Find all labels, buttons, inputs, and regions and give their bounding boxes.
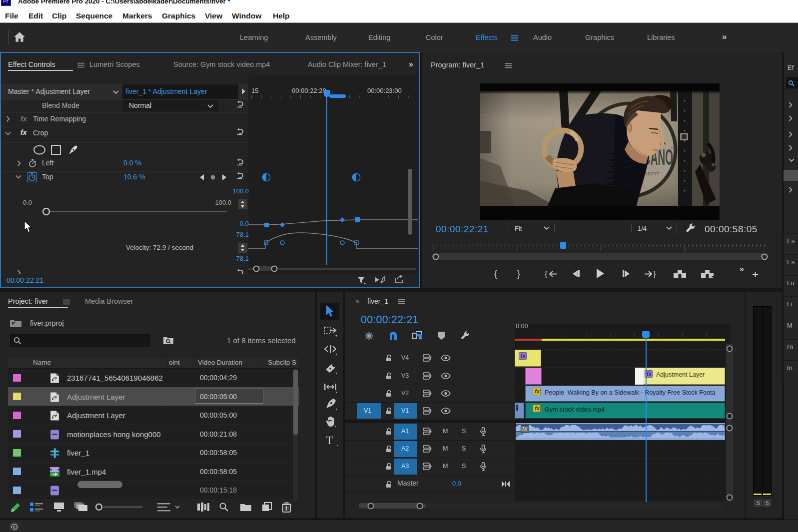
svg-text:{: {: [545, 270, 548, 278]
svg-text:™: ™: [671, 146, 675, 151]
svg-text:}: }: [653, 270, 656, 278]
